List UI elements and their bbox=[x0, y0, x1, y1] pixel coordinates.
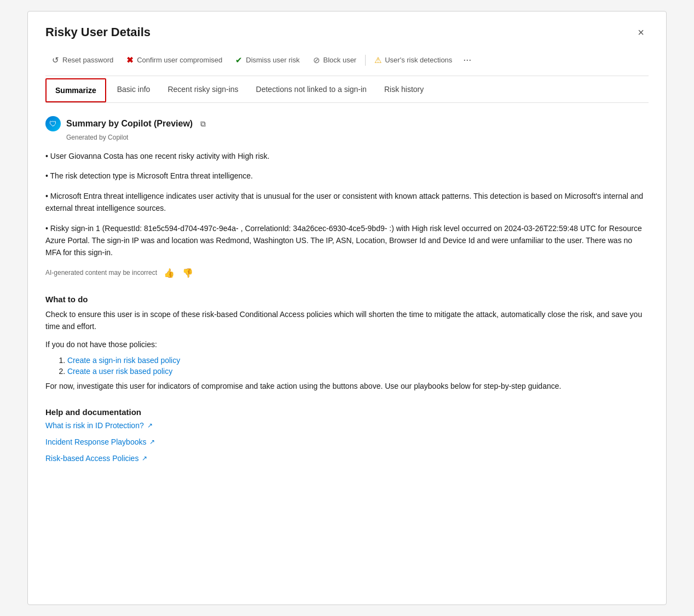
tab-summarize[interactable]: Summarize bbox=[45, 78, 106, 102]
copilot-bullet-2: • The risk detection type is Microsoft E… bbox=[45, 170, 649, 182]
reset-icon: ↺ bbox=[52, 55, 59, 65]
toolbar-divider bbox=[365, 55, 366, 66]
block-user-button[interactable]: ⊘ Block user bbox=[306, 52, 363, 68]
external-link-icon: ↗ bbox=[147, 422, 153, 429]
tab-recent-risky-signins[interactable]: Recent risky sign-ins bbox=[159, 78, 247, 100]
x-mark-icon: ✖ bbox=[126, 55, 134, 65]
incident-response-playbooks-link[interactable]: Incident Response Playbooks ↗ bbox=[45, 437, 649, 446]
what-is-risk-link[interactable]: What is risk in ID Protection? ↗ bbox=[45, 421, 649, 430]
check-icon: ✔ bbox=[235, 55, 242, 65]
risk-based-access-policies-link[interactable]: Risk-based Access Policies ↗ bbox=[45, 454, 649, 463]
what-to-do-footer: For now, investigate this user for indic… bbox=[45, 380, 649, 392]
list-item: Create a sign-in risk based policy bbox=[67, 356, 649, 365]
toolbar: ↺ Reset password ✖ Confirm user compromi… bbox=[45, 51, 649, 76]
copy-icon[interactable]: ⧉ bbox=[200, 119, 206, 129]
dismiss-risk-button[interactable]: ✔ Dismiss user risk bbox=[229, 52, 306, 68]
create-user-policy-link[interactable]: Create a user risk based policy bbox=[67, 367, 172, 376]
policy-list: Create a sign-in risk based policy Creat… bbox=[67, 356, 649, 376]
what-to-do-title: What to do bbox=[45, 295, 649, 304]
generated-by-label: Generated by Copilot bbox=[66, 134, 649, 141]
what-to-do-section: What to do Check to ensure this user is … bbox=[45, 295, 649, 393]
create-signin-policy-link[interactable]: Create a sign-in risk based policy bbox=[67, 356, 180, 365]
panel-title: Risky User Details bbox=[45, 25, 151, 39]
copilot-bullet-1: • User Giovanna Costa has one recent ris… bbox=[45, 150, 649, 162]
what-to-do-intro: Check to ensure this user is in scope of… bbox=[45, 308, 649, 333]
confirm-compromised-button[interactable]: ✖ Confirm user compromised bbox=[120, 52, 229, 68]
list-item: Create a user risk based policy bbox=[67, 367, 649, 376]
tab-basic-info[interactable]: Basic info bbox=[108, 78, 159, 100]
thumbs-up-button[interactable]: 👍 bbox=[163, 267, 176, 279]
ai-footer: AI-generated content may be incorrect 👍 … bbox=[45, 267, 649, 279]
copilot-bullet-4: • Risky sign-in 1 (RequestId: 81e5c594-d… bbox=[45, 222, 649, 259]
copilot-title: Summary by Copilot (Preview) bbox=[66, 119, 193, 129]
reset-password-button[interactable]: ↺ Reset password bbox=[45, 52, 120, 68]
help-title: Help and documentation bbox=[45, 407, 649, 417]
more-options-button[interactable]: ··· bbox=[459, 51, 476, 69]
tab-detections-not-linked[interactable]: Detections not linked to a sign-in bbox=[247, 78, 375, 100]
copilot-bullet-3: • Microsoft Entra threat intelligence in… bbox=[45, 190, 649, 215]
external-link-icon: ↗ bbox=[149, 438, 155, 446]
copilot-header: 🛡 Summary by Copilot (Preview) ⧉ bbox=[45, 116, 649, 131]
close-button[interactable]: × bbox=[633, 25, 649, 40]
risk-detections-button[interactable]: ⚠ User's risk detections bbox=[368, 52, 459, 68]
thumbs-down-button[interactable]: 👎 bbox=[181, 267, 194, 279]
external-link-icon: ↗ bbox=[142, 454, 147, 462]
block-icon: ⊘ bbox=[313, 55, 320, 65]
help-section: Help and documentation What is risk in I… bbox=[45, 407, 649, 463]
if-no-policies-text: If you do not have those policies: bbox=[45, 338, 649, 350]
tab-risk-history[interactable]: Risk history bbox=[375, 78, 432, 100]
tabs-nav: Summarize Basic info Recent risky sign-i… bbox=[45, 76, 649, 103]
ai-disclaimer: AI-generated content may be incorrect bbox=[45, 269, 157, 277]
content-area: 🛡 Summary by Copilot (Preview) ⧉ Generat… bbox=[45, 114, 649, 473]
panel-header: Risky User Details × bbox=[45, 25, 649, 40]
copilot-icon: 🛡 bbox=[45, 116, 61, 131]
risky-user-details-panel: Risky User Details × ↺ Reset password ✖ … bbox=[27, 11, 667, 605]
warning-icon: ⚠ bbox=[374, 55, 381, 65]
